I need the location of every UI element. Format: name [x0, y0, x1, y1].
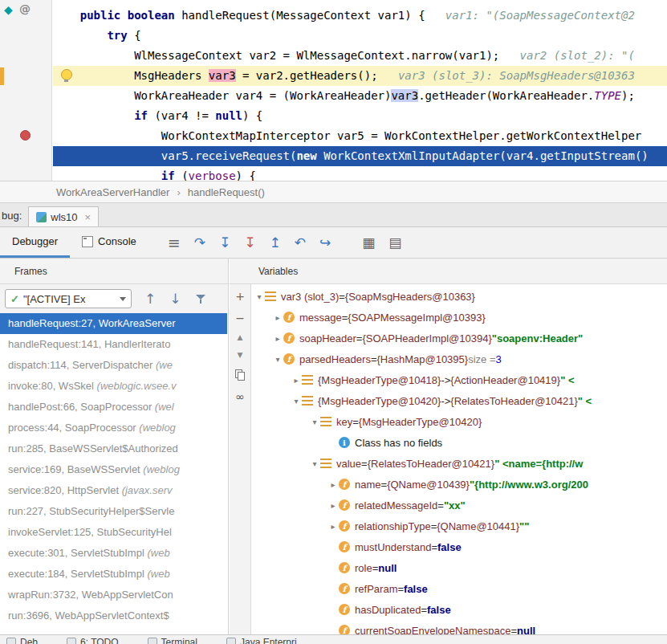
tree-toggle-icon[interactable]: ▾ [272, 355, 283, 364]
frame-row[interactable]: invoke:80, WsSkel (weblogic.wsee.v [0, 376, 227, 397]
step-over-icon[interactable]: ↷ [194, 236, 205, 250]
tree-toggle-icon[interactable]: ▾ [254, 292, 265, 301]
tab-console[interactable]: Console [70, 227, 148, 258]
frame-row[interactable]: execute:301, ServletStubImpl (web [0, 543, 227, 564]
filter-frames-icon[interactable] [195, 293, 206, 304]
tree-toggle-icon[interactable]: ▸ [272, 334, 283, 343]
frame-row[interactable]: run:227, StubSecurityHelper$Servle [0, 501, 227, 522]
variable-row[interactable]: frefParam = false [252, 578, 667, 599]
tab-wls10[interactable]: wls10 × [28, 206, 99, 226]
variable-row[interactable]: ▸frelatedMessageId = "xx" [252, 495, 667, 516]
variable-row[interactable]: iClass has no fields [252, 432, 667, 453]
code-text: handleRequest(MessageContext var1) { [181, 9, 425, 22]
variables-toolbar: +−▲▼∞ [230, 284, 251, 634]
implements-marker-icon[interactable]: ◆ [4, 3, 13, 16]
frame-row[interactable]: run:285, BaseWSServlet$Authorized [0, 438, 227, 459]
frame-row[interactable]: run:3696, WebAppServletContext$ [0, 605, 227, 626]
variable-row[interactable]: fmustUnderstand = false [252, 536, 667, 557]
debugger-toolbar: Debugger Console ≡↷↧↧↥↶↪▦▤ [0, 227, 667, 259]
code-line[interactable]: public boolean handleRequest(MessageCont… [53, 6, 667, 26]
variable-row[interactable]: ▸{MsgHeaderType@10418} -> {ActionHeader@… [252, 369, 667, 390]
code-text: var3 [391, 89, 418, 102]
variable-row[interactable]: fcurrentSoapEnvelopeNamespace = null [252, 620, 667, 634]
intention-bulb-icon[interactable] [61, 69, 72, 80]
remove-watch-icon[interactable]: − [235, 312, 245, 324]
variable-row[interactable]: ▾{MsgHeaderType@10420} -> {RelatesToHead… [252, 390, 667, 411]
step-into-icon[interactable]: ↧ [219, 236, 230, 250]
thread-selector[interactable]: ✓ "[ACTIVE] Ex [5, 289, 132, 308]
new-watch-icon[interactable]: + [235, 291, 245, 302]
toolwindow-todo[interactable]: 6: TODO [67, 635, 119, 644]
code-text: ( [175, 169, 189, 181]
scroll-up-icon[interactable]: ▲ [238, 334, 243, 341]
variable-row[interactable]: ▾key = {MsgHeaderType@10420} [252, 411, 667, 432]
layout-settings-icon[interactable]: ▤ [388, 236, 401, 250]
frame-row[interactable]: execute:184, ServletStubImpl (web [0, 564, 227, 585]
show-watches-icon[interactable]: ∞ [235, 391, 245, 402]
breadcrumb-class[interactable]: WorkAreaServerHandler [56, 186, 169, 198]
tree-toggle-icon[interactable]: ▾ [291, 397, 302, 406]
previous-frame-icon[interactable]: ↑ [144, 292, 156, 306]
variable-row[interactable]: ▸fmessage = {SOAPMessageImpl@10393} [252, 307, 667, 328]
code-lines[interactable]: public boolean handleRequest(MessageCont… [53, 0, 667, 181]
frame-row[interactable]: handleRequest:27, WorkAreaServer [0, 313, 227, 334]
menu-icon[interactable]: ≡ [168, 235, 181, 251]
frame-location: handleRequest:27, WorkAreaServer [8, 317, 176, 329]
breakpoint-icon[interactable] [20, 130, 31, 141]
variable-text: {SOAPHeaderImpl@10394} [362, 332, 491, 344]
frame-row[interactable]: service:169, BaseWSServlet (weblog [0, 459, 227, 480]
variable-row[interactable]: ▾value = {RelatesToHeader@10421} " <name… [252, 453, 667, 474]
variable-row[interactable]: ▸fname = {QName@10439} "{http://www.w3.o… [252, 474, 667, 495]
run-to-cursor-icon[interactable]: ↪ [319, 236, 331, 250]
variable-row[interactable]: frole = null [252, 557, 667, 578]
toolwindow-javaee[interactable]: Java Enterpri [226, 635, 297, 644]
variable-row[interactable]: ▾fparsedHeaders = {HashMap@10395} size =… [252, 348, 667, 369]
tab-debugger[interactable]: Debugger [0, 227, 70, 258]
code-editor[interactable]: ◆ @ public boolean handleRequest(Message… [0, 0, 667, 181]
code-line[interactable]: WorkContextMapInterceptor var5 = WorkCon… [53, 126, 667, 146]
view-as-table-icon[interactable]: ▦ [362, 236, 375, 250]
frame-row[interactable]: process:44, SoapProcessor (weblog [0, 418, 227, 438]
drop-frame-icon[interactable]: ↶ [295, 236, 306, 250]
close-tab-icon[interactable]: × [85, 211, 92, 223]
breadcrumb-method[interactable]: handleRequest() [188, 186, 265, 198]
frame-row[interactable]: dispatch:114, ServerDispatcher (we [0, 355, 227, 376]
copy-icon[interactable] [235, 369, 246, 381]
code-line[interactable]: WorkAreaHeader var4 = (WorkAreaHeader)va… [53, 86, 667, 106]
variable-row[interactable]: ▾var3 (slot_3) = {SoapMsgHeaders@10363} [252, 286, 667, 307]
scroll-down-icon[interactable]: ▼ [238, 352, 243, 359]
code-line[interactable]: if (verbose) { [53, 166, 667, 181]
force-step-into-icon[interactable]: ↧ [244, 236, 255, 250]
next-frame-icon[interactable]: ↓ [169, 292, 181, 306]
variables-panel: Variables +−▲▼∞ ▾var3 (slot_3) = {SoapMs… [230, 259, 667, 634]
tree-toggle-icon[interactable]: ▸ [327, 480, 339, 489]
tree-toggle-icon[interactable]: ▸ [291, 376, 302, 385]
frame-row[interactable]: invokeServlet:125, StubSecurityHel [0, 522, 227, 543]
variable-text: "{http://www.w3.org/200 [470, 479, 588, 491]
frame-location: run:227, StubSecurityHelper$Servle [8, 505, 174, 517]
variable-row[interactable]: fhasDuplicated = false [252, 599, 667, 620]
frame-row[interactable]: service:820, HttpServlet (javax.serv [0, 480, 227, 501]
code-line[interactable]: if (var4 != null) { [53, 106, 667, 126]
frame-row[interactable]: handleRequest:141, HandlerIterato [0, 334, 227, 355]
frame-row[interactable]: handlePost:66, SoapProcessor (wel [0, 397, 227, 418]
tree-toggle-icon[interactable]: ▸ [327, 501, 339, 510]
thread-selector-value: "[ACTIVE] Ex [23, 293, 116, 305]
toolwindow-terminal-icon [148, 638, 157, 644]
code-line[interactable]: MsgHeaders var3 = var2.getHeaders(); var… [53, 66, 667, 86]
tree-toggle-icon[interactable]: ▾ [309, 418, 320, 426]
variable-row[interactable]: ▸frelationshipType = {QName@10441} "" [252, 516, 667, 536]
tree-toggle-icon[interactable]: ▸ [327, 522, 339, 531]
tree-toggle-icon[interactable]: ▾ [309, 459, 320, 468]
toolwindow-debug[interactable]: Deb [6, 635, 38, 644]
code-line[interactable]: WlMessageContext var2 = WlMessageContext… [53, 46, 667, 66]
step-out-icon[interactable]: ↥ [269, 236, 280, 250]
field-icon: f [339, 625, 350, 634]
code-line[interactable]: var5.receiveRequest(new WorkContextXmlIn… [53, 146, 667, 166]
code-text: var5.receiveRequest( [161, 149, 297, 162]
toolwindow-terminal[interactable]: Terminal [148, 635, 197, 644]
frame-row[interactable]: wrapRun:3732, WebAppServletCon [0, 585, 227, 605]
variable-row[interactable]: ▸fsoapHeader = {SOAPHeaderImpl@10394} "s… [252, 328, 667, 348]
code-line[interactable]: try { [53, 26, 667, 46]
tree-toggle-icon[interactable]: ▸ [272, 313, 283, 322]
